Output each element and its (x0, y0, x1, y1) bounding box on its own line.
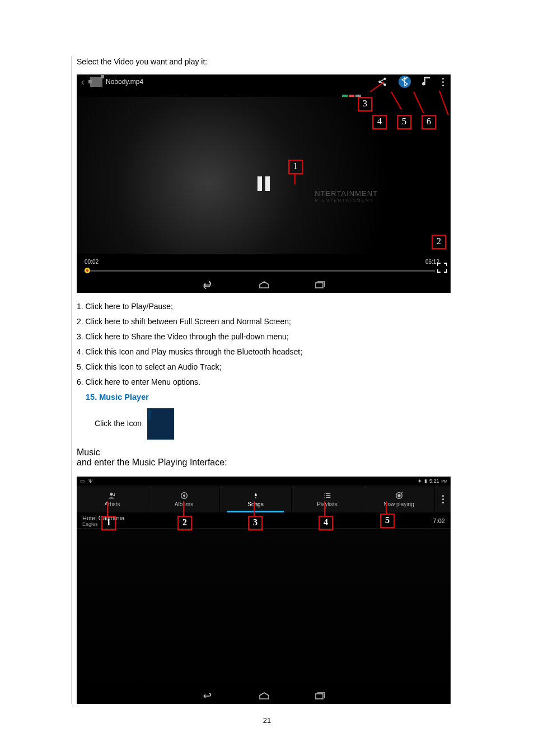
svg-point-1 (378, 81, 381, 83)
video-player-screenshot: ‹ Nobody.mp4 (77, 74, 451, 293)
click-icon-text-pre: Click the Icon (95, 419, 142, 428)
nav-home-icon[interactable] (259, 692, 270, 700)
music-app-icon (147, 408, 174, 440)
music-callout-5: 5 (380, 514, 395, 528)
explanation-item: 4. Click this Icon and Play musics throu… (77, 346, 534, 358)
tab-label: Now playing (383, 501, 414, 507)
music-callout-1: 1 (101, 516, 116, 530)
svg-rect-3 (316, 283, 323, 288)
music-tabs: Artists Albums Songs Playlists (77, 486, 451, 512)
svg-point-6 (183, 494, 185, 496)
tab-playlists[interactable]: Playlists (292, 486, 363, 512)
svg-point-0 (383, 78, 386, 81)
back-icon[interactable]: ‹ (77, 74, 89, 89)
track-duration: 7:02 (433, 517, 445, 524)
tab-label: Songs (247, 501, 263, 507)
nav-back-icon[interactable] (202, 281, 214, 289)
android-nav-bar (77, 277, 451, 293)
status-bar: ▭ Ψ ✶ ▮ 5:21 PM (77, 477, 451, 486)
status-time: 5:21 (429, 478, 439, 484)
video-explanation-list: 1. Click here to Play/Pause; 2. Click he… (77, 301, 534, 388)
tab-label: Playlists (317, 501, 338, 507)
music-body (77, 529, 451, 688)
svg-rect-9 (316, 694, 323, 699)
svg-point-4 (110, 492, 113, 495)
film-icon (90, 77, 102, 87)
nav-home-icon[interactable] (259, 281, 270, 289)
click-icon-text-post: and enter the Music Playing Interface: (77, 458, 227, 467)
callout-5: 5 (397, 115, 411, 129)
svg-point-2 (383, 83, 386, 86)
video-filename: Nobody.mp4 (106, 78, 377, 86)
explanation-item: 2. Click here to shift between Full Scre… (77, 316, 534, 328)
callout-3: 3 (358, 97, 372, 111)
music-callout-2: 2 (177, 516, 192, 530)
explanation-item: 3. Click here to Share the Video through… (77, 331, 534, 343)
tab-songs[interactable]: Songs (220, 486, 292, 512)
tab-albums[interactable]: Albums (148, 486, 220, 512)
lead-text-video: Select the Video you want and play it: (77, 56, 534, 68)
callout-6: 6 (421, 115, 436, 129)
callout-4: 4 (372, 115, 387, 129)
bluetooth-icon[interactable] (399, 76, 411, 88)
music-callout-4: 4 (318, 516, 333, 530)
callout-1: 1 (288, 160, 303, 174)
audio-track-icon[interactable] (422, 77, 431, 87)
video-watermark: NTERTAINMENT N ENTERTAINMENT (315, 189, 378, 203)
tab-now-playing[interactable]: Now playing (363, 486, 435, 512)
nav-back-icon[interactable] (202, 692, 214, 700)
page-number: 21 (0, 716, 534, 725)
callout-2: 2 (432, 235, 446, 249)
svg-point-8 (398, 494, 400, 497)
section-heading-music: 15. Music Player (86, 393, 534, 402)
elapsed-time: 00:02 (85, 259, 99, 265)
nav-recent-icon[interactable] (315, 281, 326, 289)
explanation-item: 5. Click this Icon to select an Audio Tr… (77, 361, 534, 373)
explanation-item: 6. Click here to enter Menu options. (77, 376, 534, 388)
fullscreen-icon[interactable] (437, 263, 447, 275)
status-usb-icon: Ψ (88, 478, 93, 484)
overflow-menu-icon[interactable] (442, 78, 444, 86)
status-time-pm: PM (442, 479, 448, 483)
explanation-item: 1. Click here to Play/Pause; (77, 301, 534, 312)
android-nav-bar (77, 688, 451, 704)
tab-artists[interactable]: Artists (77, 486, 148, 512)
tabs-overflow-icon[interactable] (435, 486, 451, 512)
seek-bar[interactable] (85, 270, 435, 272)
music-player-screenshot: ▭ Ψ ✶ ▮ 5:21 PM Artists Albu (77, 477, 451, 704)
status-battery-icon: ▮ (424, 478, 427, 484)
music-callout-3: 3 (248, 516, 263, 530)
play-pause-button[interactable] (252, 172, 275, 195)
nav-recent-icon[interactable] (315, 692, 326, 700)
status-image-icon: ▭ (80, 478, 85, 484)
status-signal-icon: ✶ (418, 478, 422, 484)
